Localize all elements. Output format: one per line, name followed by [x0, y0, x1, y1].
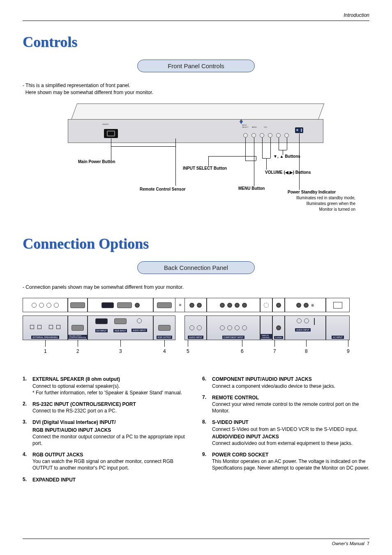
conn-num-2: 2	[76, 348, 79, 354]
audio-in2-badge: AUDIO INPUT	[188, 336, 203, 339]
comp-in-badge: COMPONENT INPUT	[222, 336, 245, 339]
standby-sub2: Illuminates green when the	[263, 201, 355, 206]
controls-title: Controls	[23, 33, 369, 51]
leader-line	[256, 156, 256, 161]
leader-line	[245, 161, 256, 161]
remote-sensor-label: Remote Control Sensor	[140, 187, 186, 191]
svideo-badge: S-VIDEO	[274, 336, 283, 339]
standby-sub1: Illuminates red in standby mode,	[263, 196, 355, 200]
leader-line	[299, 134, 300, 190]
connection-item-5: 5. EXPANDED INPUT	[23, 477, 190, 483]
controls-note-line1: - This is a simplified representation of…	[23, 83, 130, 88]
fp-button	[243, 133, 248, 138]
front-panel-figure: ON/OFF INPUT SELECT MENU VOL. Main Power…	[35, 104, 357, 229]
audio-in3-badge: AUDIO INPUT	[295, 328, 311, 332]
connection-item-4: 4. RGB OUTPUT JACKS You can watch the RG…	[23, 451, 190, 472]
front-panel-pill: Front Panel Controls	[137, 60, 255, 72]
rs232c-badge: RS-232C INPUT (CONTROL/SERVICE)	[68, 335, 88, 339]
leader-line	[266, 158, 267, 170]
main-power-button-graphic	[104, 129, 118, 138]
leader-line	[208, 156, 209, 166]
main-power-label: Main Power Button	[78, 159, 115, 164]
leader-line	[270, 138, 271, 158]
menu-tiny: MENU	[252, 126, 257, 128]
conn-num-4: 4	[163, 348, 166, 354]
conn-num-1: 1	[44, 348, 47, 354]
menu-label: MENU Button	[238, 186, 265, 191]
connection-item-7: 7. REMOTE CONTROL Connect your wired rem…	[202, 394, 369, 415]
header-section: Introduction	[23, 12, 369, 21]
conn-num-7: 7	[273, 348, 276, 354]
fp-button	[268, 133, 272, 138]
back-panel-figure: ⊛ ⊛ EXTERNAL SPEAKER(8Ω) RS-232C INPUT (…	[23, 298, 369, 372]
dvi-badge: DVI INPUT	[95, 329, 108, 332]
connection-item-8: 8. S-VIDEO INPUT Connect S-Video out fro…	[202, 419, 369, 447]
controls-note: - This is a simplified representation of…	[23, 82, 369, 96]
conn-num-5: 5	[187, 348, 189, 354]
connection-numbers: 1 2 3 4 5 6 7 8 9	[23, 340, 369, 357]
connection-item-9: 9. POWER CORD SOCKET This Monitor operat…	[202, 451, 369, 472]
page-footer: Owner's Manual 7	[23, 539, 369, 546]
connection-list-right: 6. COMPONENT INPUT/AUDIO INPUT JACKS Con…	[202, 376, 369, 488]
audio-in1-badge: AUDIO INPUT	[131, 329, 147, 332]
leader-line	[111, 146, 176, 147]
vol-tiny: VOL.	[264, 126, 267, 128]
controls-note-line2: Here shown may be somewhat different fro…	[23, 90, 153, 95]
front-panel-buttons	[243, 133, 289, 138]
conn-num-8: 8	[305, 348, 308, 354]
standby-label: Power Standby Indicator	[288, 190, 336, 194]
page: Introduction Controls Front Panel Contro…	[0, 0, 392, 555]
ac-badge: AC INPUT	[332, 336, 344, 339]
connection-list-left: 1. EXTERNAL SPEAKER (8 ohm output) Conne…	[23, 376, 190, 488]
select-tiny: SELECT	[242, 126, 249, 128]
conn-num-3: 3	[119, 348, 122, 354]
connection-list: 1. EXTERNAL SPEAKER (8 ohm output) Conne…	[23, 376, 369, 488]
monitor-top-surface	[71, 104, 325, 120]
fp-button	[284, 133, 289, 138]
connection-note: - Connection panels shown may be somewha…	[23, 284, 369, 291]
connection-title: Connection Options	[23, 235, 369, 252]
leader-line	[208, 156, 256, 157]
fp-button	[276, 133, 281, 138]
leader-line	[111, 138, 111, 161]
leader-line	[175, 138, 176, 186]
standby-indicator-graphic	[295, 127, 303, 133]
back-panel-pill: Back Connection Panel	[137, 261, 255, 274]
conn-num-6: 6	[241, 348, 244, 354]
input-select-label: INPUT SELECT Button	[183, 166, 227, 170]
leader-line	[245, 138, 246, 161]
updown-label: ▼, ▲ Buttons	[273, 154, 300, 159]
ext-speaker-badge: EXTERNAL SPEAKER(8Ω)	[31, 336, 59, 339]
rgb-out-badge: RGB OUTPUT	[157, 336, 173, 339]
connection-item-6: 6. COMPONENT INPUT/AUDIO INPUT JACKS Con…	[202, 376, 369, 389]
fp-button	[260, 133, 264, 138]
connection-item-2: 2. RS-232C INPUT (CONTROL/SERVICE) PORT …	[23, 401, 190, 414]
volume-label: VOLUME (◀,▶) Buttons	[265, 170, 311, 175]
connection-item-3: 3. DVI (Digital Visual Interface) INPUT/…	[23, 419, 190, 447]
leader-line	[254, 138, 254, 186]
rgb-in-badge: RGB INPUT	[113, 329, 127, 332]
standby-sub3: Monitor is turned on	[263, 207, 355, 212]
connection-item-1: 1. EXTERNAL SPEAKER (8 ohm output) Conne…	[23, 376, 190, 396]
fp-button	[251, 133, 256, 138]
leader-line	[287, 138, 287, 150]
onoff-label-tiny: ON/OFF	[102, 123, 108, 125]
footer-page: 7	[367, 541, 369, 546]
leader-line	[262, 138, 263, 158]
leader-line	[279, 138, 279, 150]
conn-num-9: 9	[347, 348, 350, 354]
remote-badge: REMOTE CONTROL	[261, 334, 272, 339]
footer-manual: Owner's Manual	[332, 541, 364, 546]
